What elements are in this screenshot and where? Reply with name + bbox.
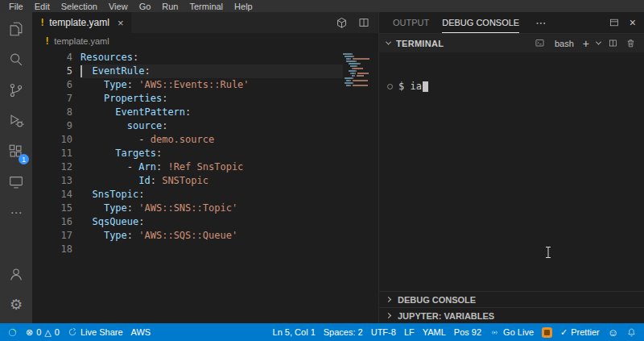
line-number: 12 (32, 160, 72, 174)
settings-button[interactable]: ⚙ (0, 289, 32, 320)
panel-titlebar: OUTPUT DEBUG CONSOLE ⋯ × (379, 12, 644, 33)
tab-close-icon[interactable]: × (118, 17, 124, 29)
encoding-status[interactable]: UTF-8 (367, 323, 400, 341)
breadcrumb[interactable]: ! template.yaml (32, 33, 378, 49)
search-button[interactable] (0, 44, 32, 75)
live-share-icon (68, 327, 77, 337)
more-icon: ⋯ (10, 206, 23, 220)
code-line-10[interactable]: - demo.source (80, 133, 343, 147)
cube-action-icon[interactable] (335, 16, 349, 30)
shell-selector[interactable]: bash (555, 39, 574, 48)
panel-tab-output[interactable]: OUTPUT (393, 12, 429, 33)
menu-item-selection[interactable]: Selection (56, 2, 103, 11)
menu-item-terminal[interactable]: Terminal (184, 2, 229, 11)
code-line-9[interactable]: source: (80, 119, 343, 133)
go-live-status[interactable]: Go Live (485, 323, 538, 341)
line-number: 7 (32, 92, 72, 106)
split-editor-icon[interactable] (357, 16, 370, 29)
code-line-7[interactable]: Properties: (80, 92, 343, 106)
extensions-button[interactable]: 1 (0, 136, 32, 167)
source-control-button[interactable] (0, 75, 32, 106)
indentation-status[interactable]: Spaces: 2 (320, 323, 367, 341)
editor-scrollbar[interactable] (369, 51, 378, 323)
mouse-cursor (544, 246, 552, 259)
editor-code[interactable]: Resources: EventRule: Type: 'AWS::Events… (72, 51, 343, 323)
status-logo[interactable] (3, 323, 22, 341)
panel-more-icon[interactable]: ⋯ (535, 17, 546, 29)
code-line-5[interactable]: EventRule: (80, 64, 343, 78)
minimap[interactable] (343, 51, 369, 323)
trash-icon[interactable] (625, 38, 636, 48)
warning-icon: △ (44, 328, 51, 337)
section-debug-console[interactable]: DEBUG CONSOLE (379, 291, 644, 307)
code-line-18[interactable] (80, 243, 343, 256)
code-line-17[interactable]: Type: 'AWS::SQS::Queue' (80, 229, 343, 243)
terminal-actions: bash + (535, 38, 636, 49)
code-line-6[interactable]: Type: 'AWS::Events::Rule' (80, 78, 343, 92)
close-panel-icon[interactable]: × (630, 17, 636, 28)
error-count: 0 (36, 327, 41, 337)
warning-count: 0 (55, 327, 60, 337)
code-line-11[interactable]: Targets: (80, 147, 343, 160)
menu-item-help[interactable]: Help (229, 2, 258, 11)
terminal[interactable]: $ ia (379, 52, 644, 291)
line-number: 4 (32, 51, 72, 64)
check-icon: ✓ (560, 328, 568, 337)
problems-status[interactable]: ⊗ 0 △ 0 (22, 323, 64, 341)
live-share-status[interactable]: Live Share (64, 323, 127, 341)
orange-extension-icon (542, 327, 552, 338)
menu-item-file[interactable]: File (3, 2, 29, 11)
code-line-8[interactable]: EventPattern: (80, 106, 343, 119)
terminal-title: TERMINAL (396, 39, 444, 48)
tab-template-yaml[interactable]: ! template.yaml × (32, 12, 131, 33)
terminal-section-header[interactable]: TERMINAL bash + (379, 33, 644, 52)
line-number: 5 (32, 64, 72, 78)
orange-extension-status[interactable] (538, 323, 556, 341)
prettier-status[interactable]: ✓ Prettier (556, 323, 604, 341)
maximize-panel-icon[interactable] (609, 17, 620, 28)
menu-item-edit[interactable]: Edit (29, 2, 56, 11)
section-jupyter-variables[interactable]: JUPYTER: VARIABLES (379, 307, 644, 323)
section-label: DEBUG CONSOLE (398, 295, 476, 305)
explorer-button[interactable] (0, 14, 32, 44)
line-number: 17 (32, 229, 72, 243)
remote-explorer-button[interactable] (0, 167, 32, 198)
run-debug-icon (7, 112, 25, 130)
language-label: YAML (423, 327, 446, 337)
aws-status[interactable]: AWS (127, 323, 155, 341)
minimap-content (343, 53, 369, 89)
terminal-command: ia (410, 81, 421, 92)
editor: 456789101112131415161718 Resources: Even… (32, 49, 378, 323)
live-share-label: Live Share (80, 327, 123, 337)
section-label: JUPYTER: VARIABLES (398, 311, 494, 321)
new-terminal-icon[interactable]: + (583, 38, 589, 49)
more-views-button[interactable]: ⋯ (0, 198, 32, 228)
code-line-16[interactable]: SqsQueue: (80, 215, 343, 229)
panel-tab-debug-console[interactable]: DEBUG CONSOLE (442, 12, 519, 33)
code-line-14[interactable]: SnsTopic: (80, 188, 343, 202)
text-cursor (80, 65, 82, 77)
cursor-position-label: Ln 5, Col 1 (273, 327, 316, 337)
line-number: 18 (32, 243, 72, 256)
split-terminal-icon[interactable] (608, 38, 618, 48)
menu-item-run[interactable]: Run (156, 2, 184, 11)
code-line-12[interactable]: - Arn: !Ref SnsTopic (80, 160, 343, 174)
code-line-4[interactable]: Resources: (80, 51, 343, 64)
tab-label: template.yaml (49, 17, 109, 28)
terminal-dropdown-icon[interactable] (596, 40, 601, 45)
code-line-15[interactable]: Type: 'AWS::SNS::Topic' (80, 202, 343, 215)
menu-item-view[interactable]: View (103, 2, 134, 11)
status-bar: ⊗ 0 △ 0 Live Share AWS Ln 5, Col 1 Space… (0, 323, 644, 341)
position-tracker-status[interactable]: Pos 92 (450, 323, 485, 341)
menu-item-go[interactable]: Go (134, 2, 157, 11)
accounts-button[interactable] (0, 259, 32, 289)
prettier-label: Prettier (571, 327, 599, 337)
language-status[interactable]: YAML (419, 323, 450, 341)
code-line-13[interactable]: Id: SNSTopic (80, 174, 343, 188)
terminal-cursor (423, 81, 428, 92)
cursor-position-status[interactable]: Ln 5, Col 1 (269, 323, 320, 341)
run-debug-button[interactable] (0, 106, 32, 136)
eol-status[interactable]: LF (400, 323, 419, 341)
notifications-status[interactable] (622, 323, 641, 341)
feedback-status[interactable]: ☺ (604, 323, 622, 341)
